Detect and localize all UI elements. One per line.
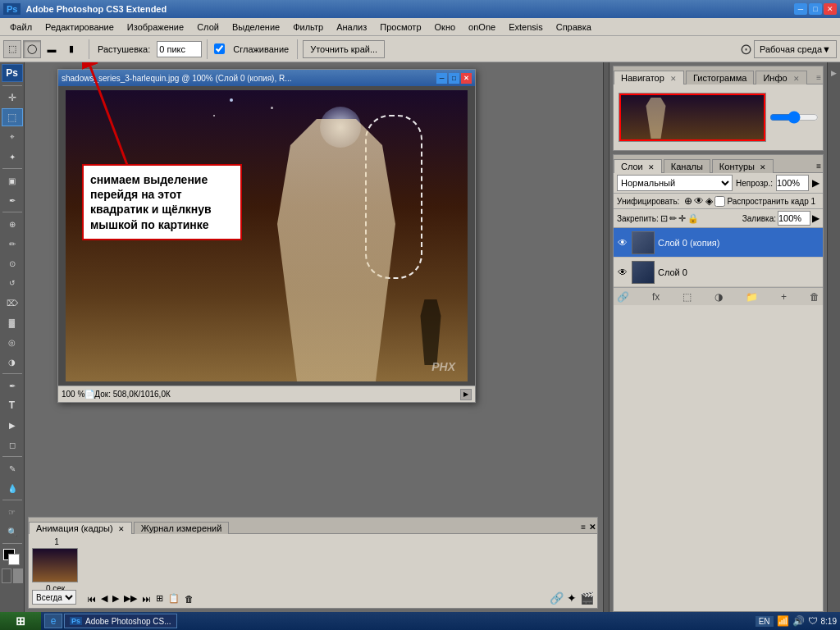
anim-tab-close[interactable]: ✕: [118, 525, 125, 533]
eraser-tool[interactable]: ⌦: [2, 294, 23, 312]
eyedrop2-tool[interactable]: 💧: [2, 479, 23, 497]
fill-tool[interactable]: ▓: [2, 313, 23, 331]
loop-select[interactable]: Всегда: [32, 590, 76, 605]
type-tool[interactable]: T: [2, 396, 23, 414]
tab-channels[interactable]: Каналы: [664, 159, 710, 173]
maximize-button[interactable]: □: [809, 3, 822, 15]
menu-filter[interactable]: Фильтр: [286, 21, 330, 34]
layer-item-copy[interactable]: 👁 Слой 0 (копия): [614, 228, 823, 258]
hand-tool[interactable]: ☞: [2, 503, 23, 521]
tab-navigator[interactable]: Навигатор ✕: [614, 71, 684, 84]
menu-extensis[interactable]: Extensis: [502, 21, 550, 34]
history-brush-tool[interactable]: ↺: [2, 274, 23, 292]
menu-view[interactable]: Просмотр: [373, 21, 427, 34]
layer-adj-icon[interactable]: ◑: [714, 291, 723, 303]
menu-analysis[interactable]: Анализ: [330, 21, 373, 34]
layer-mask-icon[interactable]: ⬚: [682, 291, 692, 303]
menu-window[interactable]: Окно: [428, 21, 463, 34]
layer-add-icon[interactable]: +: [781, 291, 787, 303]
crop-tool[interactable]: ▣: [2, 171, 23, 189]
color-swatches[interactable]: [2, 547, 23, 565]
anim-frame-1[interactable]: 1 0 сек.: [32, 537, 81, 593]
opacity-input[interactable]: [776, 175, 809, 191]
menu-help[interactable]: Справка: [550, 21, 598, 34]
tab-paths[interactable]: Контуры ✕: [712, 159, 774, 173]
anim-next-btn[interactable]: ▶▶: [123, 592, 138, 605]
doc-minimize-btn[interactable]: ─: [436, 73, 447, 84]
marquee-tool[interactable]: ⬚: [2, 108, 23, 126]
anim-icon-2[interactable]: ✦: [567, 591, 577, 605]
anim-prev-btn[interactable]: ◀: [100, 592, 108, 605]
tab-histogram[interactable]: Гистограмма: [686, 71, 755, 84]
eyedropper-tool[interactable]: ✒: [2, 191, 23, 209]
notes-tool[interactable]: ✎: [2, 459, 23, 477]
fill-arrow[interactable]: ▶: [812, 212, 819, 224]
anim-panel-close[interactable]: ✕: [587, 521, 597, 533]
taskbar-photoshop-btn[interactable]: Ps Adobe Photoshop CS...: [64, 614, 177, 628]
pen-tool[interactable]: ✒: [2, 377, 23, 395]
lock-pixels-icon[interactable]: ✏: [669, 213, 677, 224]
workspace-dropdown[interactable]: Рабочая среда ▼: [754, 40, 837, 58]
opacity-arrow[interactable]: ▶: [812, 177, 819, 189]
toolbar-marquee-ellipse[interactable]: ◯: [23, 40, 41, 58]
menu-layer[interactable]: Слой: [190, 21, 226, 34]
magic-wand-tool[interactable]: ✦: [2, 148, 23, 166]
layer-delete-icon[interactable]: 🗑: [810, 291, 819, 303]
shape-tool[interactable]: ◻: [2, 436, 23, 454]
unify-pos-icon[interactable]: ⊕: [684, 195, 692, 207]
distribute-checkbox[interactable]: [714, 196, 725, 207]
tab-layers-close[interactable]: ✕: [648, 163, 655, 171]
fill-input[interactable]: [778, 211, 810, 226]
dodge-tool[interactable]: ◑: [2, 353, 23, 371]
healing-tool[interactable]: ⊕: [2, 215, 23, 233]
move-tool[interactable]: ✛: [2, 89, 23, 107]
tab-info-close[interactable]: ✕: [793, 75, 800, 83]
strip-expand-btn[interactable]: ▶: [829, 64, 840, 82]
doc-scroll-right[interactable]: ▶: [460, 389, 472, 400]
tab-measurements[interactable]: Журнал измерений: [134, 522, 230, 534]
blend-mode-select[interactable]: Нормальный: [617, 175, 733, 191]
menu-image[interactable]: Изображение: [121, 21, 190, 34]
toolbar-marquee-row[interactable]: ▬: [43, 40, 61, 58]
feather-input[interactable]: [157, 41, 202, 57]
close-button[interactable]: ✕: [824, 3, 837, 15]
lasso-tool[interactable]: ⌖: [2, 128, 23, 146]
anim-last-btn[interactable]: ⏭: [141, 593, 152, 605]
standard-mode-btn[interactable]: [13, 568, 23, 583]
anim-delete-btn[interactable]: 🗑: [184, 593, 194, 605]
doc-close-btn[interactable]: ✕: [461, 73, 472, 84]
menu-file[interactable]: Файл: [3, 21, 39, 34]
lock-all-icon[interactable]: 🔒: [687, 213, 699, 224]
menu-edit[interactable]: Редактирование: [39, 21, 121, 34]
tab-animation[interactable]: Анимация (кадры) ✕: [29, 522, 132, 534]
tab-paths-close[interactable]: ✕: [760, 163, 766, 171]
doc-canvas-wrapper[interactable]: снимаем выделение перейдя на этот квадра…: [58, 86, 475, 386]
minimize-button[interactable]: ─: [794, 3, 807, 15]
layer-copy-vis-icon[interactable]: 👁: [617, 237, 628, 249]
unify-vis-icon[interactable]: 👁: [694, 195, 704, 207]
anim-icon-1[interactable]: 🔗: [550, 591, 564, 605]
menu-select[interactable]: Выделение: [226, 21, 286, 34]
brush-tool[interactable]: ✏: [2, 235, 23, 253]
anim-tween-btn[interactable]: ⊞: [155, 592, 164, 605]
zoom-tool[interactable]: 🔍: [2, 523, 23, 541]
tab-info[interactable]: Инфо ✕: [756, 71, 806, 84]
doc-maximize-btn[interactable]: □: [449, 73, 459, 84]
layer-fx-icon[interactable]: fx: [652, 291, 660, 303]
layer-base-vis-icon[interactable]: 👁: [617, 267, 628, 278]
lock-transparent-icon[interactable]: ⊡: [660, 213, 668, 224]
anim-first-btn[interactable]: ⏮: [86, 593, 97, 605]
layer-group-icon[interactable]: 📁: [746, 291, 758, 303]
path-select-tool[interactable]: ▶: [2, 416, 23, 434]
blur-tool[interactable]: ◎: [2, 333, 23, 351]
doc-canvas[interactable]: снимаем выделение перейдя на этот квадра…: [66, 90, 468, 381]
clone-tool[interactable]: ⊙: [2, 254, 23, 272]
anim-panel-menu-icon[interactable]: ≡: [579, 521, 587, 533]
refine-edge-button[interactable]: Уточнить край...: [303, 40, 385, 58]
unify-style-icon[interactable]: ◈: [705, 195, 713, 207]
start-button[interactable]: ⊞: [0, 612, 41, 630]
smooth-checkbox[interactable]: [214, 43, 225, 54]
toolbar-marquee-rect[interactable]: ⬚: [3, 40, 21, 58]
anim-duplicate-btn[interactable]: 📋: [167, 592, 180, 605]
toolbar-marquee-col[interactable]: ▮: [62, 40, 80, 58]
